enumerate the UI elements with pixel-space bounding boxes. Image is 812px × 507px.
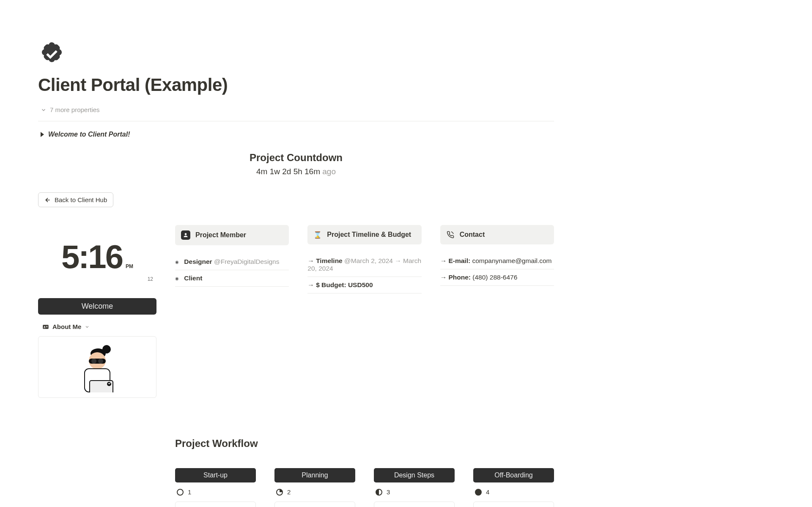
clock-ampm: PM <box>126 263 133 269</box>
progress-circle-quarter-icon <box>276 489 283 496</box>
panel-title: Contact <box>460 231 485 238</box>
clock-time: 5:16 <box>61 238 122 276</box>
about-me-label: About Me <box>52 323 81 330</box>
svg-point-1 <box>44 326 45 327</box>
progress-circle-empty-icon <box>177 489 184 496</box>
id-card-icon <box>42 323 49 330</box>
countdown-section: Project Countdown 4m 1w 2d 5h 16m ago <box>38 152 554 176</box>
page-title: Client Portal (Example) <box>38 75 554 95</box>
status-count: 4 <box>486 488 489 496</box>
svg-rect-3 <box>46 326 48 326</box>
svg-point-10 <box>98 359 103 364</box>
workflow-col-offboarding: Off-Boarding 4 ✴ Conducting Exit Intervi… <box>473 468 554 507</box>
status-count: 1 <box>188 488 191 496</box>
svg-point-14 <box>185 233 187 235</box>
progress-circle-half-icon <box>376 489 382 496</box>
page-verified-icon <box>38 41 66 68</box>
workflow-status[interactable]: 3 <box>374 482 455 502</box>
workflow-head: Off-Boarding <box>473 468 554 482</box>
status-count: 3 <box>387 488 390 496</box>
countdown-title: Project Countdown <box>38 152 554 164</box>
welcome-toggle[interactable]: Welcome to Client Portal! <box>38 121 554 141</box>
timeline-label: Timeline <box>316 257 343 264</box>
workflow-col-startup: Start-up 1 ✴ Developing an E-commerce We… <box>175 468 256 507</box>
workflow-head: Design Steps <box>374 468 455 482</box>
status-count: 2 <box>287 488 291 496</box>
chevron-down-icon <box>41 107 47 113</box>
avatar-card <box>38 336 156 398</box>
workflow-card[interactable]: ✴ Conducting Exit Interviews with Depart… <box>473 502 554 507</box>
progress-circle-full-icon <box>475 489 482 496</box>
svg-rect-4 <box>46 327 48 327</box>
panel-title: Project Timeline & Budget <box>327 231 411 238</box>
workflow-col-design: Design Steps 3 ✴ Managing Approval and D… <box>374 468 455 507</box>
workflow-card[interactable]: ✴ Market Research and Analysis <box>274 502 355 507</box>
workflow-card[interactable]: ✴ Developing an E-commerce Website <box>175 502 256 507</box>
svg-point-9 <box>91 359 96 364</box>
avatar-illustration <box>63 342 131 392</box>
hourglass-icon: ⌛ <box>313 230 322 239</box>
workflow-head: Start-up <box>175 468 256 482</box>
workflow-head: Planning <box>274 468 355 482</box>
email-value: companyname@gmail.com <box>472 257 551 264</box>
phone-label: Phone: <box>448 274 471 281</box>
phone-icon <box>446 230 455 239</box>
more-properties-toggle[interactable]: 7 more properties <box>38 103 554 121</box>
countdown-suffix: ago <box>322 167 336 176</box>
countdown-value: 4m 1w 2d 5h 16m <box>256 167 320 176</box>
workflow-card[interactable]: ✴ Managing Approval and Delivery Process <box>374 502 455 507</box>
phone-value: (480) 288-6476 <box>472 274 517 281</box>
email-label: E-mail: <box>448 257 470 264</box>
workflow-status[interactable]: 2 <box>274 482 355 502</box>
clock-date: 12 <box>38 276 156 282</box>
svg-rect-2 <box>44 327 45 328</box>
workflow-col-planning: Planning 2 ✴ Market Research and Analysi… <box>274 468 355 507</box>
back-button-label: Back to Client Hub <box>55 196 107 203</box>
user-icon <box>181 230 190 240</box>
designer-value: @FreyaDigitalDesigns <box>214 258 279 265</box>
contact-panel: Contact E-mail: companyname@gmail.com Ph… <box>440 225 554 398</box>
chevron-down-icon <box>85 324 90 329</box>
welcome-toggle-label: Welcome to Client Portal! <box>48 131 130 138</box>
about-me-toggle[interactable]: About Me <box>38 321 94 332</box>
back-to-hub-button[interactable]: Back to Client Hub <box>38 192 113 207</box>
timeline-budget-panel: ⌛ Project Timeline & Budget Timeline @Ma… <box>307 225 421 398</box>
svg-point-6 <box>102 345 111 354</box>
workflow-title: Project Workflow <box>175 438 554 449</box>
budget-row: $ Budget: USD500 <box>316 281 373 288</box>
project-member-panel: Project Member Designer @FreyaDigitalDes… <box>175 225 289 398</box>
more-properties-label: 7 more properties <box>50 106 100 113</box>
workflow-status[interactable]: 4 <box>473 482 554 502</box>
designer-label: Designer <box>184 258 212 265</box>
clock-widget: 5:16 PM <box>38 238 156 276</box>
workflow-status[interactable]: 1 <box>175 482 256 502</box>
welcome-banner: Welcome <box>38 298 156 315</box>
client-label: Client <box>184 274 202 282</box>
panel-title: Project Member <box>195 231 246 239</box>
triangle-right-icon <box>41 132 44 137</box>
arrow-left-icon <box>44 197 51 203</box>
